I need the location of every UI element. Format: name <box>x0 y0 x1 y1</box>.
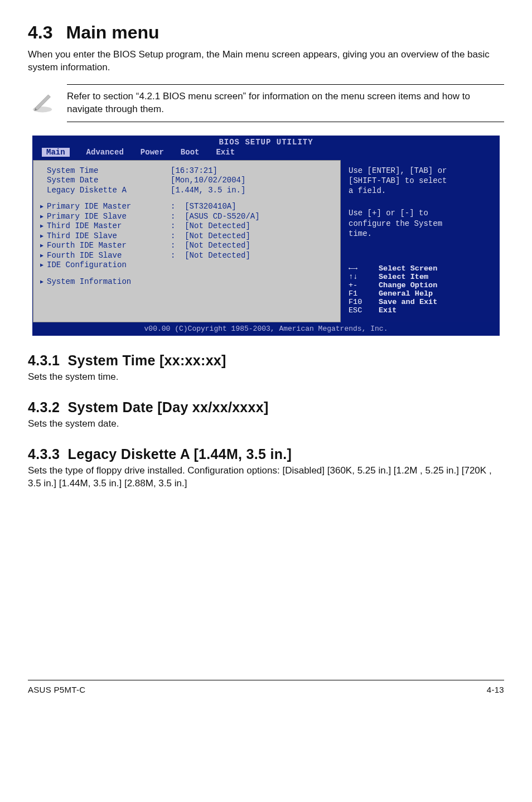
key-desc: Save and Exit <box>379 298 437 306</box>
submenu-arrow-icon <box>40 241 47 251</box>
field-value: [Not Detected] <box>185 241 250 251</box>
help-text: Use [ENTER], [TAB] or <box>349 166 491 176</box>
section-title-text: Main menu <box>66 22 159 42</box>
key-desc: Select Item <box>379 273 428 281</box>
field-label: Primary IDE Slave <box>47 212 171 222</box>
field-value: [ASUS CD-S520/A] <box>185 212 259 222</box>
field-value: [Not Detected] <box>185 221 250 231</box>
subsection-number: 4.3.3 <box>28 446 60 462</box>
submenu-arrow-icon <box>40 231 47 241</box>
submenu-arrow-icon <box>40 277 47 287</box>
pencil-icon <box>28 90 57 116</box>
bios-menu-power: Power <box>141 148 164 157</box>
subsection-heading-3: 4.3.3 Legacy Diskette A [1.44M, 3.5 in.] <box>28 446 504 462</box>
field-value: [Not Detected] <box>185 231 250 241</box>
bios-menu-exit: Exit <box>216 148 235 157</box>
note-text: Refer to section “4.2.1 BIOS menu screen… <box>67 84 504 122</box>
bios-body: System Time[16:37:21] System Date[Mon,10… <box>33 160 499 322</box>
key-legend: ←→Select Screen ↑↓Select Item +-Change O… <box>349 264 491 315</box>
bios-menu-boot: Boot <box>181 148 200 157</box>
footer-page-number: 4-13 <box>487 685 504 694</box>
section-number: 4.3 <box>28 22 52 42</box>
key: F1 <box>349 289 379 298</box>
field-label: Third IDE Slave <box>47 231 171 241</box>
field-value: [Not Detected] <box>185 251 250 261</box>
field-label: Legacy Diskette A <box>47 186 171 196</box>
bios-title: BIOS SETUP UTILITY <box>33 136 499 148</box>
bios-screenshot: BIOS SETUP UTILITY Main Advanced Power B… <box>32 136 500 336</box>
key: +- <box>349 281 379 289</box>
field-label: Third IDE Master <box>47 221 171 231</box>
field-label: System Information <box>47 277 171 287</box>
subsection-body-1: Sets the system time. <box>28 371 504 384</box>
subsection-number: 4.3.2 <box>28 399 60 415</box>
subsection-number: 4.3.1 <box>28 352 60 368</box>
key: ESC <box>349 306 379 315</box>
submenu-arrow-icon <box>40 260 47 270</box>
footer-product: ASUS P5MT-C <box>28 685 85 694</box>
key-desc: Change Option <box>379 281 437 289</box>
page-footer: ASUS P5MT-C 4-13 <box>28 680 504 694</box>
key-desc: Select Screen <box>379 264 437 273</box>
subsection-heading-2: 4.3.2 System Date [Day xx/xx/xxxx] <box>28 399 504 416</box>
bios-help-pane: Use [ENTER], [TAB] or [SHIFT-TAB] to sel… <box>341 160 499 322</box>
help-text: a field. <box>349 186 491 196</box>
field-value: [Mon,10/02/2004] <box>171 176 245 186</box>
key: ↑↓ <box>349 273 379 281</box>
section-intro: When you enter the BIOS Setup program, t… <box>28 49 504 74</box>
subsection-title: System Time [xx:xx:xx] <box>68 352 226 368</box>
help-text: [SHIFT-TAB] to select <box>349 176 491 186</box>
field-value: [ST320410A] <box>185 202 236 212</box>
submenu-arrow-icon <box>40 251 47 261</box>
field-label: Primary IDE Master <box>47 202 171 212</box>
help-text: configure the System <box>349 219 491 229</box>
subsection-body-3: Sets the type of floppy drive installed.… <box>28 465 504 490</box>
help-text: Use [+] or [-] to <box>349 208 491 218</box>
key: F10 <box>349 298 379 306</box>
subsection-title: System Date [Day xx/xx/xxxx] <box>68 399 269 415</box>
help-text: time. <box>349 229 491 239</box>
field-label: System Date <box>47 176 171 186</box>
submenu-arrow-icon <box>40 202 47 212</box>
key: ←→ <box>349 264 379 273</box>
field-label: System Time <box>47 166 171 176</box>
submenu-arrow-icon <box>40 212 47 222</box>
field-label: Fourth IDE Slave <box>47 251 171 261</box>
bios-left-pane: System Time[16:37:21] System Date[Mon,10… <box>33 160 341 322</box>
submenu-arrow-icon <box>40 221 47 231</box>
note-block: Refer to section “4.2.1 BIOS menu screen… <box>28 84 504 122</box>
subsection-body-2: Sets the system date. <box>28 418 504 431</box>
bios-copyright: v00.00 (C)Copyright 1985-2003, American … <box>33 322 499 335</box>
field-value: [16:37:21] <box>171 166 217 176</box>
section-heading: 4.3Main menu <box>28 22 504 43</box>
bios-menu-main: Main <box>42 148 70 157</box>
field-label: Fourth IDE Master <box>47 241 171 251</box>
key-desc: General Help <box>379 289 433 298</box>
bios-menu-advanced: Advanced <box>86 148 124 157</box>
subsection-title: Legacy Diskette A [1.44M, 3.5 in.] <box>68 446 292 462</box>
bios-menubar: Main Advanced Power Boot Exit <box>33 148 499 160</box>
field-label: IDE Configuration <box>47 260 171 270</box>
key-desc: Exit <box>379 306 396 315</box>
subsection-heading-1: 4.3.1 System Time [xx:xx:xx] <box>28 352 504 369</box>
field-value: [1.44M, 3.5 in.] <box>171 186 245 196</box>
